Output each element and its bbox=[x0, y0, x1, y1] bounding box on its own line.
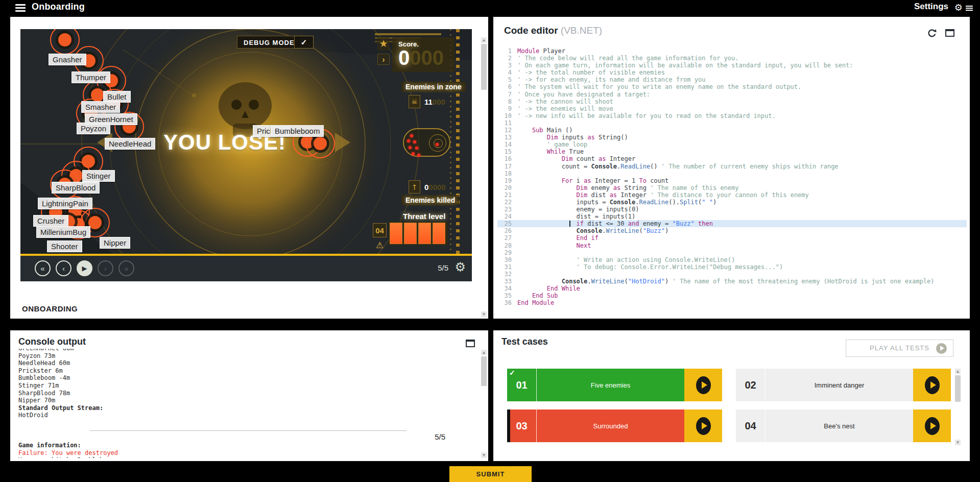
console-line bbox=[18, 435, 468, 442]
code-line: 3' On each game turn, information will b… bbox=[497, 62, 967, 69]
play-all-tests-button[interactable]: PLAY ALL TESTS bbox=[846, 340, 953, 357]
test-case-02[interactable]: 02Imminent danger bbox=[736, 369, 951, 401]
code-line: 14 ' game loop bbox=[497, 141, 967, 148]
enemy-label: MilleniumBug bbox=[36, 226, 90, 238]
scroll-thumb[interactable] bbox=[955, 375, 961, 402]
console-line: Failure: You were destroyed bbox=[18, 449, 468, 457]
console-line: HotDroid bbox=[18, 412, 468, 419]
test-name: Five enemies bbox=[537, 369, 684, 401]
code-editor-content[interactable]: 1Module Player2' The code below will rea… bbox=[497, 47, 967, 317]
code-line: 6' The system will wait for you to write… bbox=[497, 83, 967, 90]
radar-enemy-dot bbox=[412, 152, 415, 155]
hamburger-menu-icon[interactable] bbox=[15, 4, 26, 12]
test-number: 03 bbox=[507, 409, 537, 442]
score-value: 0 bbox=[398, 46, 410, 69]
code-line: 17 count = Console.ReadLine() ' The numb… bbox=[497, 163, 967, 170]
code-line: 22 inputs = Console.ReadLine().Split(" "… bbox=[497, 199, 967, 206]
console-panel: Console output GreenHornet 66mPoyzon 73m… bbox=[10, 330, 488, 461]
test-cases-panel: Test cases PLAY ALL TESTS ✓01Five enemie… bbox=[493, 330, 970, 461]
console-line: NeedleHead 60m bbox=[18, 359, 468, 367]
play-button[interactable]: ▶ bbox=[77, 260, 92, 276]
scroll-up-arrow[interactable]: ▲ bbox=[481, 350, 487, 355]
replay-progress-text: 5/5 bbox=[438, 263, 448, 272]
test-name: Bee's nest bbox=[766, 409, 913, 442]
scroll-thumb[interactable] bbox=[481, 44, 487, 90]
console-line: Standard Output Stream: bbox=[18, 404, 468, 412]
console-scrollbar[interactable]: ▲ ▼ bbox=[481, 350, 487, 458]
enemy-label: Bumbleboom bbox=[271, 125, 324, 137]
play-test-button[interactable] bbox=[913, 409, 951, 442]
scroll-down-arrow[interactable]: ▼ bbox=[481, 311, 487, 317]
test-passed-check-icon: ✓ bbox=[509, 369, 515, 377]
console-line: Prickster 6m bbox=[18, 367, 468, 375]
code-line: 36End Module bbox=[497, 299, 967, 306]
maximize-editor-icon[interactable] bbox=[945, 29, 954, 37]
settings-list-icon[interactable] bbox=[966, 6, 973, 11]
play-test-button[interactable] bbox=[913, 369, 951, 401]
top-bar: Onboarding Settings ⚙ bbox=[0, 0, 980, 16]
console-line: Stinger 71m bbox=[18, 382, 468, 390]
code-line: 12 Sub Main () bbox=[497, 127, 967, 134]
enemy-label: Crusher bbox=[33, 215, 68, 227]
maximize-console-icon[interactable] bbox=[466, 340, 475, 347]
reset-code-icon[interactable] bbox=[927, 28, 937, 38]
previous-frame-button[interactable]: ‹ bbox=[56, 260, 71, 276]
viewer-panel: YOU LOSE! DEBUG MODE ✓ ★ › Score. 0000 E… bbox=[10, 17, 488, 319]
enemy-label: LightningPain bbox=[38, 198, 92, 209]
play-test-button[interactable] bbox=[684, 369, 722, 401]
scroll-up-arrow[interactable]: ▲ bbox=[481, 37, 487, 43]
code-line: 32 bbox=[497, 271, 967, 278]
test-case-04[interactable]: 04Bee's nest bbox=[736, 409, 951, 442]
play-icon bbox=[696, 376, 711, 394]
code-line: 19 For i as Integer = 1 To count bbox=[497, 177, 967, 184]
console-progress-text: 5/5 bbox=[435, 432, 445, 441]
code-line: 9' -> the enemies will move bbox=[497, 105, 967, 112]
enemy-dot bbox=[58, 33, 71, 46]
code-line: 29 bbox=[497, 249, 967, 256]
code-line: 1Module Player bbox=[497, 47, 967, 55]
play-all-icon bbox=[936, 343, 947, 354]
settings-gear-icon[interactable]: ⚙ bbox=[954, 2, 963, 13]
fast-forward-button[interactable]: » bbox=[118, 260, 134, 276]
test-number: ✓01 bbox=[507, 369, 537, 401]
code-line: 35 End Sub bbox=[497, 292, 967, 299]
scroll-down-arrow[interactable]: ▼ bbox=[481, 452, 487, 458]
tests-scrollbar[interactable]: ▲ ▼ bbox=[954, 369, 961, 445]
code-line: 18 bbox=[497, 170, 967, 177]
test-case-01[interactable]: ✓01Five enemies bbox=[507, 369, 722, 401]
enemy-label: Poyzon bbox=[77, 123, 110, 134]
scroll-up-arrow[interactable]: ▲ bbox=[955, 369, 961, 374]
play-icon bbox=[696, 417, 711, 435]
viewer-scrollbar[interactable]: ▲ ▼ bbox=[481, 37, 487, 317]
expand-score-icon[interactable]: › bbox=[377, 54, 390, 65]
submit-button[interactable]: SUBMIT bbox=[449, 466, 532, 482]
test-name: Imminent danger bbox=[766, 369, 913, 401]
threat-bar bbox=[433, 223, 445, 244]
debug-mode-label: DEBUG MODE bbox=[237, 36, 301, 49]
code-line: 8' -> the cannon will shoot bbox=[497, 98, 967, 105]
coffin-icon: † bbox=[409, 180, 420, 194]
viewer-settings-gear-icon[interactable]: ⚙ bbox=[455, 260, 466, 274]
rewind-button[interactable]: « bbox=[35, 260, 51, 276]
debug-mode-checkbox[interactable]: ✓ bbox=[294, 36, 314, 49]
radar-enemy-dot bbox=[407, 139, 410, 142]
console-line: Poyzon 73m bbox=[18, 352, 468, 360]
scroll-thumb[interactable] bbox=[481, 356, 487, 386]
enemy-label: SharpBlood bbox=[52, 182, 100, 194]
settings-link[interactable]: Settings bbox=[914, 2, 948, 12]
code-line: 25 if dist <= 30 and enemy = "Buzz" then bbox=[497, 220, 967, 227]
enemies-in-zone-label: Enemies in zone bbox=[401, 82, 466, 92]
skull-icon: ☠ bbox=[409, 95, 420, 108]
code-line: 16 Dim count as Integer bbox=[497, 155, 967, 162]
enemy-label: NeedleHead bbox=[105, 138, 155, 150]
test-number: 02 bbox=[736, 369, 766, 401]
radar-minimap bbox=[403, 128, 450, 157]
next-frame-button[interactable]: › bbox=[98, 260, 113, 276]
enemy-label: Nipper bbox=[100, 237, 130, 249]
scroll-down-arrow[interactable]: ▼ bbox=[955, 440, 961, 445]
test-case-03[interactable]: 03Surrounded bbox=[507, 409, 722, 442]
console-title: Console output bbox=[18, 336, 86, 347]
play-icon bbox=[925, 376, 940, 394]
code-line: 7' Once you have designated a target: bbox=[497, 91, 967, 98]
play-test-button[interactable] bbox=[684, 409, 722, 442]
